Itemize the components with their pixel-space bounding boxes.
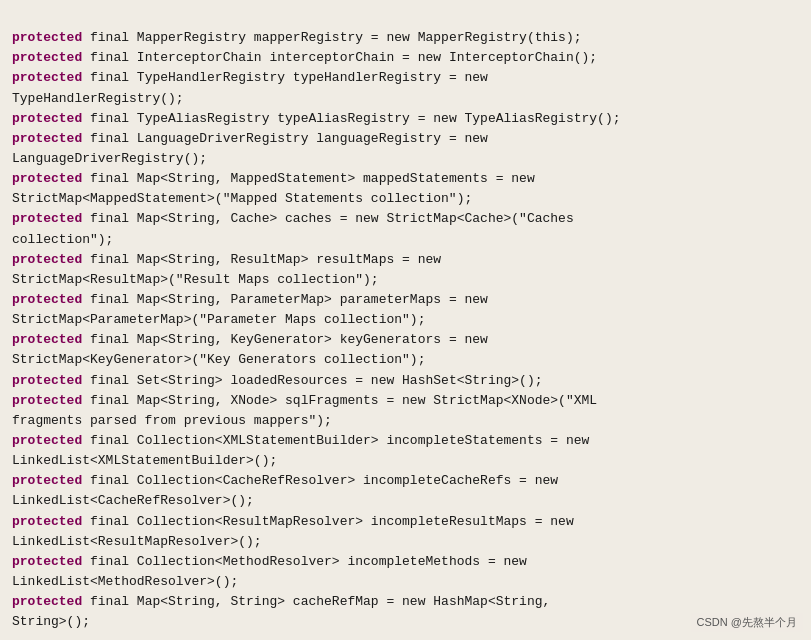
- code-line: StrictMap<ResultMap>("Result Maps collec…: [12, 270, 799, 290]
- code-line: String>();: [12, 612, 799, 632]
- code-text: final MapperRegistry mapperRegistry = ne…: [82, 30, 581, 45]
- keyword-token: protected: [12, 30, 82, 45]
- code-line: protected final TypeHandlerRegistry type…: [12, 68, 799, 88]
- code-text: final Collection<CacheRefResolver> incom…: [82, 473, 558, 488]
- code-text: final Map<String, ResultMap> resultMaps …: [82, 252, 441, 267]
- code-line: protected final Map<String, ResultMap> r…: [12, 250, 799, 270]
- watermark-label: CSDN @先熬半个月: [691, 613, 803, 632]
- code-text: final Map<String, MappedStatement> mappe…: [82, 171, 534, 186]
- code-text: StrictMap<MappedStatement>("Mapped State…: [12, 191, 472, 206]
- code-line: protected final InterceptorChain interce…: [12, 48, 799, 68]
- code-line: LanguageDriverRegistry();: [12, 149, 799, 169]
- code-line: protected final Set<String> loadedResour…: [12, 371, 799, 391]
- keyword-token: protected: [12, 594, 82, 609]
- keyword-token: protected: [12, 393, 82, 408]
- code-text: final Map<String, KeyGenerator> keyGener…: [82, 332, 488, 347]
- code-line: protected final MapperRegistry mapperReg…: [12, 28, 799, 48]
- code-text: collection");: [12, 232, 113, 247]
- code-line: LinkedList<MethodResolver>();: [12, 572, 799, 592]
- code-line: protected final Map<String, Cache> cache…: [12, 209, 799, 229]
- code-text: StrictMap<KeyGenerator>("Key Generators …: [12, 352, 425, 367]
- code-text: final Set<String> loadedResources = new …: [82, 373, 542, 388]
- keyword-token: protected: [12, 332, 82, 347]
- keyword-token: protected: [12, 554, 82, 569]
- code-line: LinkedList<XMLStatementBuilder>();: [12, 451, 799, 471]
- keyword-token: protected: [12, 292, 82, 307]
- code-text: final Map<String, XNode> sqlFragments = …: [82, 393, 597, 408]
- keyword-token: protected: [12, 111, 82, 126]
- code-line: LinkedList<ResultMapResolver>();: [12, 532, 799, 552]
- code-line: protected final Collection<XMLStatementB…: [12, 431, 799, 451]
- code-line: protected final Map<String, String> cach…: [12, 592, 799, 612]
- code-line: protected final Collection<CacheRefResol…: [12, 471, 799, 491]
- code-line: protected final Map<String, XNode> sqlFr…: [12, 391, 799, 411]
- keyword-token: protected: [12, 131, 82, 146]
- code-text: final Collection<XMLStatementBuilder> in…: [82, 433, 589, 448]
- keyword-token: protected: [12, 171, 82, 186]
- code-block: protected final MapperRegistry mapperReg…: [0, 0, 811, 640]
- code-text: final Collection<MethodResolver> incompl…: [82, 554, 527, 569]
- code-text: StrictMap<ResultMap>("Result Maps collec…: [12, 272, 379, 287]
- code-line: protected final LanguageDriverRegistry l…: [12, 129, 799, 149]
- keyword-token: protected: [12, 514, 82, 529]
- code-text: final Map<String, String> cacheRefMap = …: [82, 594, 550, 609]
- code-text: LinkedList<CacheRefResolver>();: [12, 493, 254, 508]
- keyword-token: protected: [12, 70, 82, 85]
- keyword-token: protected: [12, 433, 82, 448]
- code-text: final InterceptorChain interceptorChain …: [82, 50, 597, 65]
- code-text: LinkedList<XMLStatementBuilder>();: [12, 453, 277, 468]
- code-line: protected final Map<String, ParameterMap…: [12, 290, 799, 310]
- keyword-token: protected: [12, 50, 82, 65]
- code-text: final LanguageDriverRegistry languageReg…: [82, 131, 488, 146]
- code-line: collection");: [12, 230, 799, 250]
- code-line: StrictMap<MappedStatement>("Mapped State…: [12, 189, 799, 209]
- code-line: fragments parsed from previous mappers")…: [12, 411, 799, 431]
- code-text: LinkedList<ResultMapResolver>();: [12, 534, 262, 549]
- code-text: final Collection<ResultMapResolver> inco…: [82, 514, 573, 529]
- code-line: protected final TypeAliasRegistry typeAl…: [12, 109, 799, 129]
- code-line: protected final Map<String, KeyGenerator…: [12, 330, 799, 350]
- keyword-token: protected: [12, 473, 82, 488]
- code-text: String>();: [12, 614, 90, 629]
- code-line: protected final Collection<ResultMapReso…: [12, 512, 799, 532]
- code-text: final TypeHandlerRegistry typeHandlerReg…: [82, 70, 488, 85]
- keyword-token: protected: [12, 252, 82, 267]
- code-line: protected final Map<String, MappedStatem…: [12, 169, 799, 189]
- code-line: protected final Collection<MethodResolve…: [12, 552, 799, 572]
- keyword-token: protected: [12, 211, 82, 226]
- code-text: LinkedList<MethodResolver>();: [12, 574, 238, 589]
- code-text: StrictMap<ParameterMap>("Parameter Maps …: [12, 312, 425, 327]
- code-text: final Map<String, Cache> caches = new St…: [82, 211, 573, 226]
- code-text: TypeHandlerRegistry();: [12, 91, 184, 106]
- code-text: final TypeAliasRegistry typeAliasRegistr…: [82, 111, 620, 126]
- code-text: LanguageDriverRegistry();: [12, 151, 207, 166]
- code-line: LinkedList<CacheRefResolver>();: [12, 491, 799, 511]
- code-text: final Map<String, ParameterMap> paramete…: [82, 292, 488, 307]
- code-line: TypeHandlerRegistry();: [12, 89, 799, 109]
- code-line: StrictMap<KeyGenerator>("Key Generators …: [12, 350, 799, 370]
- code-text: fragments parsed from previous mappers")…: [12, 413, 332, 428]
- code-line: StrictMap<ParameterMap>("Parameter Maps …: [12, 310, 799, 330]
- keyword-token: protected: [12, 373, 82, 388]
